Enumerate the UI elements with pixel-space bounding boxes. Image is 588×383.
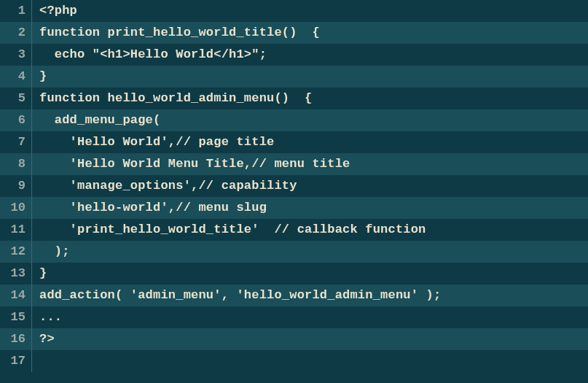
code-line[interactable]: 4} <box>0 66 588 88</box>
code-line[interactable]: 3 echo "<h1>Hello World</h1>"; <box>0 44 588 66</box>
code-line[interactable]: 13} <box>0 263 588 285</box>
code-line[interactable]: 8 'Hello World Menu Title,// menu title <box>0 153 588 175</box>
line-number: 12 <box>0 241 32 263</box>
line-number: 6 <box>0 109 32 131</box>
code-line[interactable]: 15... <box>0 306 588 328</box>
code-text[interactable]: } <box>32 263 47 285</box>
code-text[interactable]: 'print_hello_world_title' // callback fu… <box>32 219 426 241</box>
code-line[interactable]: 9 'manage_options',// capability <box>0 175 588 197</box>
line-number: 15 <box>0 306 32 328</box>
code-text[interactable]: add_action( 'admin_menu', 'hello_world_a… <box>32 285 441 306</box>
code-text[interactable]: } <box>32 66 47 88</box>
code-text[interactable]: 'hello-world',// menu slug <box>32 197 267 219</box>
code-text[interactable]: ... <box>32 306 62 328</box>
code-line[interactable]: 14add_action( 'admin_menu', 'hello_world… <box>0 285 588 306</box>
line-number: 14 <box>0 285 32 306</box>
line-number: 2 <box>0 22 32 44</box>
code-line[interactable]: 1<?php <box>0 0 588 22</box>
code-text[interactable]: echo "<h1>Hello World</h1>"; <box>32 44 267 66</box>
code-text[interactable]: function print_hello_world_title() { <box>32 22 320 44</box>
code-text[interactable]: ?> <box>32 328 55 350</box>
code-text[interactable]: 'Hello World',// page title <box>32 131 274 153</box>
code-text[interactable]: function hello_world_admin_menu() { <box>32 88 312 109</box>
code-line[interactable]: 17 <box>0 350 588 372</box>
code-line[interactable]: 16?> <box>0 328 588 350</box>
code-editor[interactable]: 1<?php 2function print_hello_world_title… <box>0 0 588 372</box>
line-number: 10 <box>0 197 32 219</box>
code-text[interactable]: 'manage_options',// capability <box>32 175 297 197</box>
line-number: 11 <box>0 219 32 241</box>
line-number: 5 <box>0 88 32 109</box>
code-line[interactable]: 6 add_menu_page( <box>0 109 588 131</box>
code-line[interactable]: 5function hello_world_admin_menu() { <box>0 88 588 109</box>
code-text[interactable]: 'Hello World Menu Title,// menu title <box>32 153 350 175</box>
code-text[interactable]: add_menu_page( <box>32 109 160 131</box>
line-number: 7 <box>0 131 32 153</box>
code-line[interactable]: 10 'hello-world',// menu slug <box>0 197 588 219</box>
line-number: 1 <box>0 0 32 22</box>
line-number: 17 <box>0 350 32 372</box>
line-number: 3 <box>0 44 32 66</box>
line-number: 13 <box>0 263 32 285</box>
code-line[interactable]: 2function print_hello_world_title() { <box>0 22 588 44</box>
code-line[interactable]: 12 ); <box>0 241 588 263</box>
code-text[interactable]: ); <box>32 241 70 263</box>
code-text[interactable]: <?php <box>32 0 77 22</box>
line-number: 8 <box>0 153 32 175</box>
line-number: 9 <box>0 175 32 197</box>
line-number: 4 <box>0 66 32 88</box>
code-line[interactable]: 11 'print_hello_world_title' // callback… <box>0 219 588 241</box>
code-line[interactable]: 7 'Hello World',// page title <box>0 131 588 153</box>
line-number: 16 <box>0 328 32 350</box>
